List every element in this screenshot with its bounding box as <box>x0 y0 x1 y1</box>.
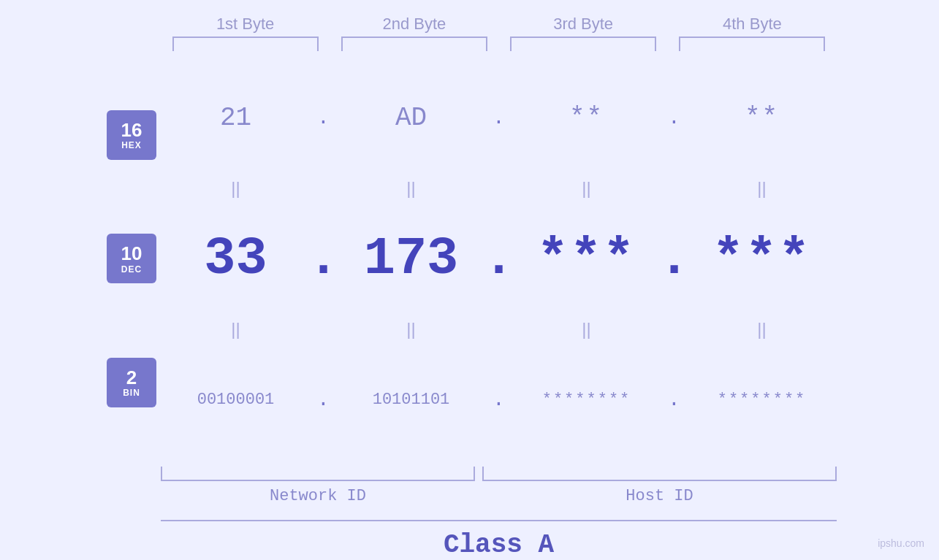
dec-byte3-cell: *** <box>514 229 660 289</box>
hex-byte1: 21 <box>220 103 251 133</box>
eq1-b4: || <box>689 178 835 199</box>
hex-dot2: . <box>488 107 510 129</box>
id-labels-row: Network ID Host ID <box>161 487 837 505</box>
hex-row: 21 . AD . ** . ** <box>161 58 837 177</box>
host-bracket <box>482 467 837 481</box>
hex-byte3: ** <box>569 103 604 133</box>
top-bracket-row <box>102 37 837 51</box>
bin-byte1: 00100001 <box>197 391 275 409</box>
watermark: ipshu.com <box>878 537 924 549</box>
main-container: 1st Byte 2nd Byte 3rd Byte 4th Byte 16 H… <box>0 0 939 560</box>
bin-dot3: . <box>664 388 685 411</box>
content-area: 16 HEX 10 DEC 2 BIN 21 . AD <box>102 58 837 459</box>
bottom-brackets-row <box>161 459 837 481</box>
equals-row-2: || || || || <box>161 318 837 340</box>
dec-badge: 10 DEC <box>107 234 156 283</box>
dec-byte3: *** <box>537 229 636 289</box>
dec-row: 33 . 173 . *** . *** <box>161 199 837 318</box>
host-id-label: Host ID <box>482 487 837 505</box>
hex-byte2: AD <box>395 103 427 133</box>
hex-num: 16 <box>121 120 142 141</box>
bracket-byte3 <box>510 37 656 51</box>
bin-num: 2 <box>126 367 137 388</box>
eq2-b3: || <box>514 319 660 340</box>
hex-byte3-cell: ** <box>514 103 660 133</box>
data-columns: 21 . AD . ** . ** || || <box>161 58 837 459</box>
bin-byte3: ******** <box>542 391 631 409</box>
bin-byte1-cell: 00100001 <box>163 391 309 409</box>
dec-dot2: . <box>488 229 510 289</box>
bin-badge: 2 BIN <box>107 358 156 407</box>
class-bracket-line <box>161 520 837 521</box>
bin-byte2-cell: 10101101 <box>338 391 484 409</box>
bracket-byte2 <box>341 37 487 51</box>
byte2-header: 2nd Byte <box>341 15 487 34</box>
bin-byte4-cell: ******** <box>689 391 835 409</box>
bin-name: BIN <box>123 388 140 398</box>
network-bracket <box>161 467 475 481</box>
hex-byte2-cell: AD <box>338 103 484 133</box>
class-section: Class A <box>161 520 837 560</box>
byte4-header: 4th Byte <box>679 15 825 34</box>
base-labels: 16 HEX 10 DEC 2 BIN <box>102 58 161 459</box>
bottom-section: Network ID Host ID Class A <box>102 459 837 560</box>
dec-num: 10 <box>121 243 142 264</box>
network-id-label: Network ID <box>161 487 475 505</box>
bracket-byte1 <box>172 37 319 51</box>
eq2-b1: || <box>163 319 309 340</box>
eq1-b1: || <box>163 178 309 199</box>
bin-dot1: . <box>313 388 335 411</box>
bin-byte2: 10101101 <box>373 391 450 409</box>
hex-byte1-cell: 21 <box>163 103 309 133</box>
hex-dot1: . <box>313 107 335 129</box>
equals-row-1: || || || || <box>161 177 837 199</box>
eq1-b2: || <box>338 178 484 199</box>
hex-byte4-cell: ** <box>689 103 835 133</box>
bin-row: 00100001 . 10101101 . ******** . *******… <box>161 340 837 459</box>
hex-name: HEX <box>121 140 142 150</box>
bin-byte4: ******** <box>718 391 807 409</box>
dec-byte4: *** <box>712 229 812 289</box>
hex-badge: 16 HEX <box>107 110 156 160</box>
eq2-b2: || <box>338 319 484 340</box>
dec-byte1: 33 <box>204 229 267 289</box>
byte1-header: 1st Byte <box>172 15 319 34</box>
hex-byte4: ** <box>745 103 779 133</box>
dec-dot1: . <box>313 229 335 289</box>
dec-byte2: 173 <box>364 229 459 289</box>
dec-byte2-cell: 173 <box>338 229 484 289</box>
dec-dot3: . <box>664 229 685 289</box>
eq2-b4: || <box>689 319 835 340</box>
hex-dot3: . <box>664 107 685 129</box>
bracket-byte4 <box>679 37 825 51</box>
dec-byte4-cell: *** <box>689 229 835 289</box>
dec-name: DEC <box>121 264 142 275</box>
bin-byte3-cell: ******** <box>514 391 660 409</box>
byte3-header: 3rd Byte <box>510 15 656 34</box>
dec-byte1-cell: 33 <box>163 229 309 289</box>
bin-dot2: . <box>488 388 510 411</box>
eq1-b3: || <box>514 178 660 199</box>
byte-headers: 1st Byte 2nd Byte 3rd Byte 4th Byte <box>102 0 837 34</box>
class-label: Class A <box>161 530 837 560</box>
